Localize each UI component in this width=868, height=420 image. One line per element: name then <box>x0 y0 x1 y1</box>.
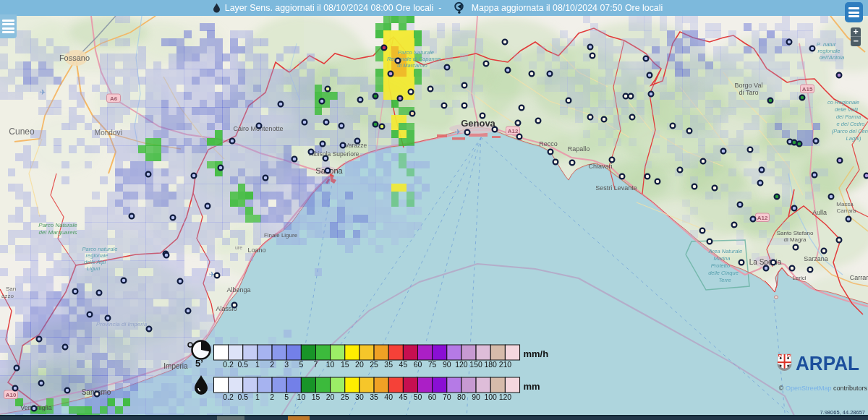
svg-text:A12: A12 <box>508 128 519 134</box>
svg-text:40: 40 <box>384 393 393 401</box>
svg-text:35: 35 <box>384 360 393 369</box>
svg-text:Sestri Levante: Sestri Levante <box>595 184 637 192</box>
svg-text:Finale Ligure: Finale Ligure <box>264 232 298 239</box>
svg-text:dell’Antola: dell’Antola <box>820 54 845 61</box>
svg-text:A10: A10 <box>6 392 17 398</box>
svg-text:Marina: Marina <box>714 255 731 262</box>
svg-text:15: 15 <box>312 393 320 401</box>
svg-text:20: 20 <box>355 360 364 369</box>
svg-text:Santo Stefano: Santo Stefano <box>777 230 814 236</box>
svg-text:210: 210 <box>499 360 512 369</box>
svg-text:Borgo Val: Borgo Val <box>735 82 763 89</box>
svg-text:75: 75 <box>428 360 437 369</box>
svg-text:azzo: azzo <box>1 293 14 299</box>
svg-text:ARPAL: ARPAL <box>796 352 859 374</box>
svg-text:25: 25 <box>341 393 349 401</box>
svg-text:45: 45 <box>399 393 408 401</box>
svg-text:di Taro: di Taro <box>739 89 759 96</box>
svg-text:e del Cedro: e del Cedro <box>837 121 865 127</box>
svg-text:Parco Naturale: Parco Naturale <box>38 222 77 228</box>
svg-text:A15: A15 <box>802 86 813 93</box>
svg-text:mm/h: mm/h <box>524 348 549 359</box>
svg-text:2: 2 <box>270 393 274 401</box>
svg-text:0.5: 0.5 <box>237 393 248 401</box>
svg-text:Albenga: Albenga <box>226 286 250 293</box>
svg-text:80: 80 <box>457 393 466 401</box>
svg-text:0.2: 0.2 <box>223 393 234 401</box>
svg-text:Sarzana: Sarzana <box>804 255 828 262</box>
svg-text:di Marcarolo: di Marcarolo <box>397 62 427 69</box>
svg-text:90: 90 <box>443 360 451 369</box>
svg-text:La Spezia: La Spezia <box>749 258 782 266</box>
svg-text:150: 150 <box>469 360 482 369</box>
svg-text:✈: ✈ <box>40 88 46 96</box>
svg-text:Protetto: Protetto <box>711 262 730 269</box>
svg-text:delle Alpi: delle Alpi <box>84 259 106 265</box>
svg-text:Lerici: Lerici <box>792 275 806 281</box>
svg-text:30: 30 <box>355 393 364 401</box>
svg-text:180: 180 <box>484 360 497 369</box>
svg-text:Massa: Massa <box>836 201 854 207</box>
svg-text:Chiavari: Chiavari <box>588 163 612 170</box>
svg-text:1: 1 <box>255 393 260 401</box>
svg-text:Liguri: Liguri <box>87 265 101 272</box>
svg-text:A12: A12 <box>757 215 768 221</box>
svg-text:Albisola Superiore: Albisola Superiore <box>310 150 359 158</box>
svg-text:A6: A6 <box>110 95 118 102</box>
svg-text:20: 20 <box>326 393 335 401</box>
svg-text:Parco Naturale: Parco Naturale <box>398 49 434 56</box>
svg-text:regionale: regionale <box>86 252 109 259</box>
svg-text:(Parco del Cento: (Parco del Cento <box>832 128 868 134</box>
svg-text:120: 120 <box>499 393 512 401</box>
svg-text:Parco naturale: Parco naturale <box>82 246 118 252</box>
svg-text:© OpenStreetMap contributors: © OpenStreetMap contributors <box>779 385 868 392</box>
svg-text:25: 25 <box>370 360 378 369</box>
svg-text:co Regionale: co Regionale <box>827 99 859 106</box>
svg-text:45: 45 <box>399 360 408 369</box>
svg-text:Area Naturale: Area Naturale <box>708 248 742 254</box>
svg-text:di Magra: di Magra <box>783 236 807 243</box>
svg-text:Cuneo: Cuneo <box>9 127 35 137</box>
svg-text:Genova: Genova <box>461 118 495 129</box>
svg-text:3: 3 <box>284 360 289 369</box>
svg-text:50: 50 <box>414 393 422 401</box>
svg-text:Aulla: Aulla <box>812 209 827 216</box>
svg-text:5: 5 <box>284 393 289 401</box>
svg-text:delle Cinque: delle Cinque <box>708 270 739 276</box>
svg-text:100: 100 <box>484 393 497 401</box>
svg-text:regionale: regionale <box>818 48 841 54</box>
svg-text:P natur: P natur <box>817 41 836 48</box>
svg-text:35: 35 <box>370 393 378 401</box>
svg-text:Mondovì: Mondovì <box>95 129 123 137</box>
svg-text:Provincia di Imperia: Provincia di Imperia <box>96 321 148 327</box>
svg-text:Fossano: Fossano <box>59 53 90 62</box>
svg-text:1: 1 <box>255 360 260 369</box>
svg-text:ure: ure <box>235 245 242 250</box>
svg-text:Terre: Terre <box>718 277 731 283</box>
svg-text:Laghi): Laghi) <box>846 135 861 142</box>
svg-text:10: 10 <box>326 360 335 369</box>
svg-text:mm: mm <box>524 381 540 392</box>
svg-text:90: 90 <box>472 393 480 401</box>
svg-text:0.2: 0.2 <box>223 360 234 369</box>
svg-text:60: 60 <box>414 360 422 369</box>
svg-text:15: 15 <box>341 360 349 369</box>
svg-text:del Marguareis: del Marguareis <box>39 229 77 236</box>
svg-text:7.98065, 44.28657: 7.98065, 44.28657 <box>820 409 865 416</box>
svg-text:Imperia: Imperia <box>163 362 188 370</box>
svg-text:60: 60 <box>428 393 437 401</box>
svg-text:5’: 5’ <box>195 358 203 369</box>
svg-text:del Parma: del Parma <box>836 113 861 120</box>
svg-text:2: 2 <box>270 360 274 369</box>
svg-text:70: 70 <box>443 393 451 401</box>
svg-text:Loano: Loano <box>247 247 265 254</box>
svg-text:Recco: Recco <box>539 140 558 147</box>
svg-text:Carrara: Carrara <box>836 207 856 214</box>
svg-text:0.5: 0.5 <box>237 360 248 369</box>
svg-text:120: 120 <box>455 360 468 369</box>
svg-text:Carrara: Carrara <box>850 274 868 281</box>
svg-text:7: 7 <box>314 360 318 369</box>
svg-text:5: 5 <box>299 360 303 369</box>
svg-text:10: 10 <box>297 393 306 401</box>
svg-text:delle Valli: delle Valli <box>835 106 858 113</box>
